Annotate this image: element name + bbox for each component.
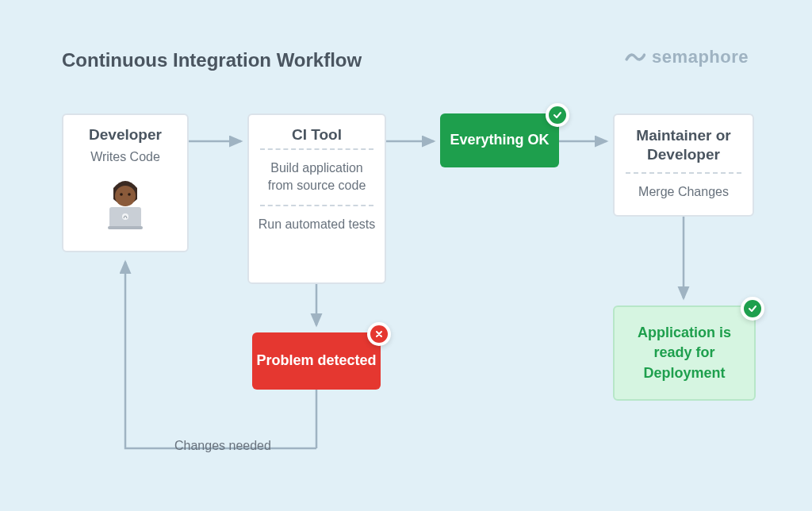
developer-avatar-icon xyxy=(98,179,153,229)
svg-point-8 xyxy=(120,193,123,196)
semaphore-icon xyxy=(623,46,645,68)
developer-subtitle: Writes Code xyxy=(63,148,187,175)
ready-label: Application is ready for Deployment xyxy=(615,323,754,383)
error-badge xyxy=(367,322,391,346)
check-badge xyxy=(546,103,569,127)
problem-detected-card: Problem detected xyxy=(252,332,381,390)
svg-point-12 xyxy=(122,213,128,220)
flow-arrows xyxy=(0,0,812,511)
diagram-title: Continuous Integration Workflow xyxy=(62,49,362,71)
ci-step-build: Build application from source code xyxy=(249,150,385,205)
maintainer-subtitle: Merge Changes xyxy=(615,174,753,210)
maintainer-title: Maintainer or Developer xyxy=(615,115,753,172)
ci-step-tests: Run automated tests xyxy=(249,206,385,243)
developer-card: Developer Writes Code xyxy=(62,113,189,252)
check-icon xyxy=(553,110,562,120)
check-icon xyxy=(748,304,757,313)
svg-rect-11 xyxy=(108,226,143,229)
brand-text: semaphore xyxy=(652,47,749,67)
changes-needed-label: Changes needed xyxy=(174,439,271,453)
ready-card: Application is ready for Deployment xyxy=(613,305,756,401)
brand-logo: semaphore xyxy=(623,46,749,68)
everything-ok-card: Everything OK xyxy=(440,113,559,167)
maintainer-card: Maintainer or Developer Merge Changes xyxy=(613,113,754,217)
problem-detected-label: Problem detected xyxy=(256,352,376,370)
ci-tool-title: CI Tool xyxy=(249,115,385,148)
developer-title: Developer xyxy=(63,115,187,148)
check-badge xyxy=(741,297,764,321)
ci-tool-card: CI Tool Build application from source co… xyxy=(247,113,386,284)
svg-point-7 xyxy=(115,186,136,206)
svg-point-9 xyxy=(128,193,131,196)
everything-ok-label: Everything OK xyxy=(450,131,549,149)
close-icon xyxy=(374,329,384,339)
